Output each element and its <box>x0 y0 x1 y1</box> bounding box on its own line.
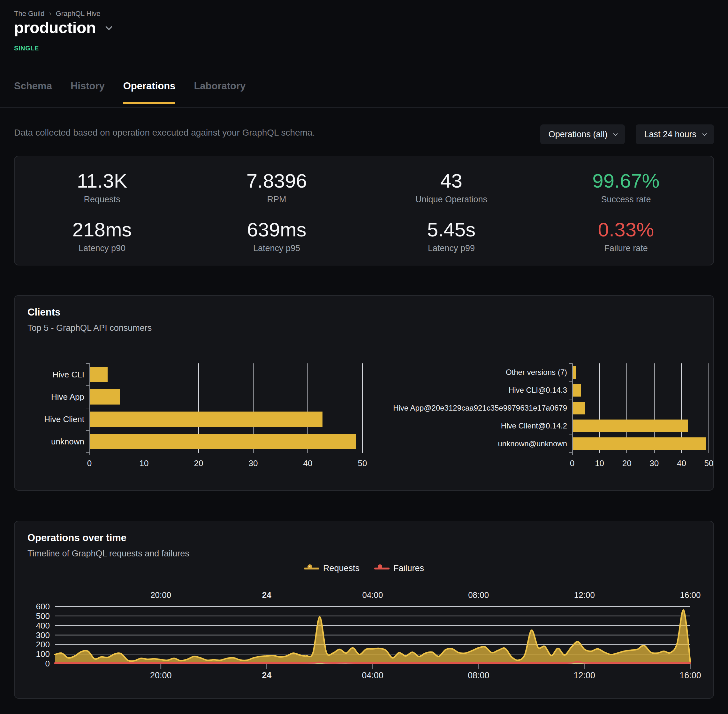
stat-value: 7.8396 <box>247 170 307 192</box>
bar-hive-app-20e3129caa921c35e9979631e17a0679 <box>573 402 585 414</box>
clients-by-name-chart: Hive CLIHive AppHive Clientunknown010203… <box>89 363 362 472</box>
stat-label: Success rate <box>601 195 651 204</box>
bar-hive-cli-0-14-3 <box>573 384 581 396</box>
axis-tick <box>569 452 572 453</box>
bar-hive-client <box>90 411 322 427</box>
axis-tick <box>569 417 572 417</box>
axis-tick <box>86 452 89 453</box>
x-tick-label: 0 <box>570 459 575 468</box>
page-description: Data collected based on operation execut… <box>14 128 315 138</box>
y-tick-label: 300 <box>36 630 50 640</box>
target-selector[interactable]: production <box>14 18 110 37</box>
x-tick-label-bottom: 04:00 <box>362 670 384 680</box>
chevron-down-icon <box>702 131 707 136</box>
y-axis-line <box>89 363 90 455</box>
x-tick-label: 20 <box>622 459 632 468</box>
x-tick-label: 50 <box>358 459 367 468</box>
stat-value: 639ms <box>247 219 306 241</box>
bar-label: Hive Client@0.14.2 <box>501 422 572 430</box>
x-tick-label-bottom: 20:00 <box>150 670 172 680</box>
bar-other-versions-7 <box>573 366 576 379</box>
stat-requests: 11.3KRequests <box>15 163 190 212</box>
x-tick-label-bottom: 24 <box>262 670 271 680</box>
graphql-hive-operations-page: The Guild › GraphQL Hive production SING… <box>0 0 728 714</box>
stat-latency-p95: 639msLatency p95 <box>190 212 364 260</box>
x-tick-label: 20 <box>194 459 203 468</box>
stat-label: RPM <box>267 195 286 204</box>
operations-panel-subtitle: Timeline of GraphQL requests and failure… <box>27 549 190 559</box>
bar-row-hive-cli-0-14-3: Hive CLI@0.14.3 <box>572 381 709 399</box>
legend-label: Requests <box>323 563 359 573</box>
tabbar-divider <box>0 107 728 108</box>
x-tick-label-top: 08:00 <box>468 590 489 600</box>
bar-hive-cli <box>90 367 108 382</box>
stat-latency-p90: 218msLatency p90 <box>15 212 190 260</box>
bar-hive-app <box>90 389 120 405</box>
x-tick-label-top: 24 <box>262 590 271 600</box>
stat-value: 5.45s <box>427 219 476 241</box>
y-tick-label: 0 <box>45 659 50 668</box>
legend-item-failures[interactable]: Failures <box>374 563 424 573</box>
stat-failure-rate: 0.33%Failure rate <box>538 212 713 260</box>
tab-operations[interactable]: Operations <box>123 80 176 104</box>
stat-value: 218ms <box>72 219 132 241</box>
tab-schema[interactable]: Schema <box>14 80 52 104</box>
bar-row-hive-client: Hive Client <box>89 408 362 430</box>
bar-label: Hive CLI@0.14.3 <box>508 386 572 394</box>
period-filter-dropdown[interactable]: Last 24 hours <box>636 124 714 144</box>
breadcrumb-project-link[interactable]: GraphQL Hive <box>56 10 101 18</box>
stat-value: 99.67% <box>592 170 659 192</box>
legend-item-requests[interactable]: Requests <box>304 563 359 573</box>
x-tick-label: 10 <box>140 459 149 468</box>
x-tick-label-bottom: 12:00 <box>574 670 596 680</box>
operations-panel-title: Operations over time <box>27 532 126 544</box>
tab-bar: SchemaHistoryOperationsLaboratory <box>14 80 245 104</box>
stat-value: 43 <box>440 170 462 192</box>
axis-tick <box>86 408 89 408</box>
stat-label: Failure rate <box>604 243 648 254</box>
breadcrumb-chevron-icon: › <box>49 10 51 18</box>
stat-latency-p99: 5.45sLatency p99 <box>364 212 538 260</box>
stat-label: Requests <box>84 195 120 204</box>
bar-hive-client-0-14-2 <box>573 420 688 432</box>
x-tick-label-top: 20:00 <box>150 590 171 600</box>
bar-label: unknown@unknown <box>498 439 572 448</box>
stats-grid: 11.3KRequests7.8396RPM43Unique Operation… <box>15 156 713 265</box>
bar-label: Hive CLI <box>53 370 89 380</box>
bar-row-unknown-unknown: unknown@unknown <box>572 435 709 453</box>
bar-row-unknown: unknown <box>89 430 362 453</box>
y-tick-label: 600 <box>36 602 50 611</box>
x-tick-label: 30 <box>650 459 659 468</box>
breadcrumb-org-link[interactable]: The Guild <box>14 10 44 18</box>
operations-filter-dropdown[interactable]: Operations (all) <box>540 124 625 144</box>
axis-tick <box>569 435 572 435</box>
clients-panel: Clients Top 5 - GraphQL API consumers Hi… <box>14 295 714 490</box>
tab-laboratory[interactable]: Laboratory <box>194 80 245 104</box>
stat-label: Unique Operations <box>415 195 487 204</box>
bar-row-hive-app-20e3129caa921c35e9979631e17a0679: Hive App@20e3129caa921c35e9979631e17a067… <box>572 399 709 417</box>
y-tick-label: 500 <box>36 611 50 621</box>
legend-label: Failures <box>393 563 424 573</box>
stat-label: Latency p90 <box>78 243 125 254</box>
bar-rows: Hive CLIHive AppHive Clientunknown <box>89 363 362 453</box>
axis-tick <box>86 363 89 364</box>
bar-unknown <box>90 434 356 449</box>
period-filter-value: Last 24 hours <box>644 129 696 140</box>
stat-rpm: 7.8396RPM <box>190 163 364 212</box>
axis-tick <box>569 381 572 382</box>
axis-tick <box>569 399 572 399</box>
x-tick-label-top: 16:00 <box>680 590 701 600</box>
axis-tick <box>86 430 89 431</box>
x-tick-label: 50 <box>704 459 714 468</box>
operations-over-time-panel: Operations over time Timeline of GraphQL… <box>14 520 714 699</box>
bar-label: Hive App <box>51 392 89 402</box>
tab-history[interactable]: History <box>71 80 105 104</box>
chevron-down-icon <box>105 23 113 31</box>
bar-rows: Other versions (7)Hive CLI@0.14.3Hive Ap… <box>572 363 709 453</box>
operations-filter-value: Operations (all) <box>549 129 608 140</box>
y-axis-line <box>572 363 573 455</box>
requests-area <box>55 610 690 664</box>
clients-panel-subtitle: Top 5 - GraphQL API consumers <box>27 323 152 333</box>
legend-marker-icon <box>374 564 390 573</box>
bar-row-hive-cli: Hive CLI <box>89 363 362 386</box>
